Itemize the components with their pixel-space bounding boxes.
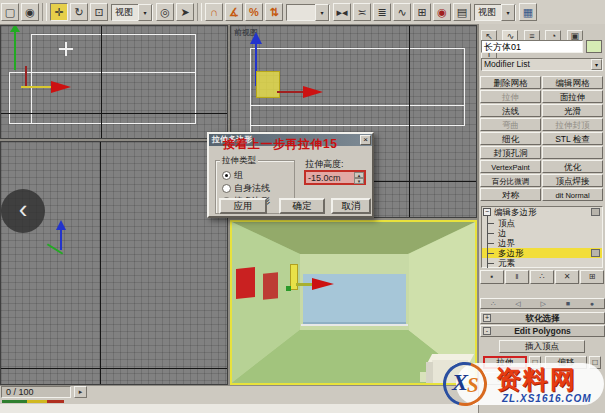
extrusion-height-value[interactable]: -15.0cm — [306, 173, 354, 183]
stack-item-element[interactable]: 元素 — [482, 258, 602, 268]
cancel-button[interactable]: 取消 — [331, 198, 371, 214]
expand-icon[interactable]: + — [483, 314, 491, 322]
apply-button[interactable]: 应用 — [219, 198, 267, 214]
frame-indicator: 0 / 100 — [1, 386, 71, 398]
collapse-icon[interactable]: − — [483, 208, 491, 216]
named-selection-dropdown[interactable]: ▾ — [286, 4, 330, 21]
edit-polygons-rollout[interactable]: - Edit Polygons — [480, 325, 605, 337]
modifier-button[interactable]: 面拉伸 — [542, 90, 603, 103]
quick-render-icon[interactable]: ▦ — [519, 3, 537, 21]
grid-axis-line — [1, 113, 228, 114]
collapse-icon[interactable]: - — [483, 327, 491, 335]
track-bar[interactable] — [2, 400, 64, 403]
border-subobject-icon[interactable]: ▷ — [540, 299, 545, 308]
gizmo-stem — [277, 91, 303, 93]
snap-toggle-icon[interactable]: ∩ — [205, 3, 223, 21]
stack-item-label: 多边形 — [498, 248, 524, 258]
select-and-move-icon[interactable]: ✛ — [50, 3, 68, 21]
chevron-down-icon[interactable]: ▾ — [591, 59, 602, 70]
chevron-down-icon[interactable]: ▾ — [501, 4, 515, 21]
chevron-down-icon[interactable]: ▾ — [315, 4, 329, 21]
modifier-button[interactable]: 法线 — [480, 104, 541, 117]
z-axis-arrow-icon — [56, 220, 66, 230]
watermark-site-name: 资料网 — [496, 363, 577, 396]
modifier-button[interactable]: 顶点焊接 — [542, 174, 603, 187]
pin-stack-icon[interactable]: ▪ — [480, 270, 504, 284]
ok-button[interactable]: 确定 — [279, 198, 325, 214]
remove-modifier-icon[interactable]: ✕ — [555, 270, 579, 284]
spinner-down-icon[interactable]: ▾ — [354, 178, 364, 184]
spinner[interactable]: ▴ ▾ — [354, 172, 364, 183]
stack-item-polygon[interactable]: 多边形 — [482, 248, 602, 258]
modifier-button[interactable]: VertexPaint — [480, 160, 541, 173]
reference-coordinate-dropdown[interactable]: 视图 ▾ — [111, 4, 153, 21]
percent-snap-icon[interactable]: % — [245, 3, 263, 21]
y-axis-gizmo — [14, 30, 16, 70]
toolbar-separator — [197, 3, 202, 21]
extrusion-height-field[interactable]: -15.0cm ▴ ▾ — [304, 170, 366, 185]
select-rectangular-region-icon[interactable]: ▢ — [1, 3, 19, 21]
make-unique-icon[interactable]: ∴ — [530, 270, 554, 284]
viewport-left[interactable] — [0, 141, 228, 385]
close-icon[interactable]: × — [360, 135, 371, 145]
object-color-swatch[interactable] — [586, 40, 602, 53]
spinner-snap-icon[interactable]: ⇅ — [265, 3, 283, 21]
previous-image-button[interactable]: ‹ — [1, 189, 45, 233]
layer-manager-icon[interactable]: ≣ — [373, 3, 391, 21]
radio-local-normal-option[interactable]: 自身法线 — [222, 182, 270, 195]
material-editor-icon[interactable]: ◉ — [433, 3, 451, 21]
rollout-label: 软化选择 — [526, 313, 560, 323]
viewport-top[interactable] — [0, 25, 228, 139]
render-type-dropdown[interactable]: 视图 ▾ — [474, 4, 516, 21]
chevron-down-icon[interactable]: ▾ — [138, 4, 152, 21]
modifier-button[interactable]: 封顶孔洞 — [480, 146, 541, 159]
wireframe-line — [31, 34, 196, 35]
select-circular-region-icon[interactable]: ◉ — [21, 3, 39, 21]
podium-side — [426, 362, 433, 383]
polygon-subobject-icon[interactable]: ■ — [566, 299, 570, 308]
modifier-button[interactable]: 细化 — [480, 132, 541, 145]
modifier-button[interactable]: 删除网格 — [480, 76, 541, 89]
modifier-list-dropdown[interactable]: Modifier List ▾ — [481, 58, 603, 71]
modifier-button[interactable]: 光滑 — [542, 104, 603, 117]
select-and-scale-icon[interactable]: ⊡ — [90, 3, 108, 21]
edge-subobject-icon[interactable]: ◁ — [515, 299, 520, 308]
modifier-button[interactable]: 优化 — [542, 160, 603, 173]
next-frame-icon[interactable]: ▸ — [74, 386, 87, 398]
align-icon[interactable]: ≍ — [353, 3, 371, 21]
element-subobject-icon[interactable]: ● — [590, 299, 594, 308]
select-and-manipulate-icon[interactable]: ➤ — [176, 3, 194, 21]
stack-root-row[interactable]: − 编辑多边形 — [482, 207, 602, 218]
show-end-result-icon[interactable]: ‖ — [505, 270, 529, 284]
stack-item-border[interactable]: 边界 — [482, 238, 602, 248]
stack-item-edge[interactable]: 边 — [482, 228, 602, 238]
grid-axis-line — [101, 26, 102, 139]
modifier-button[interactable]: 对称 — [480, 188, 541, 201]
radio-icon[interactable] — [222, 171, 231, 180]
modifier-button[interactable]: 编辑网格 — [542, 76, 603, 89]
configure-modifier-sets-icon[interactable]: ⊞ — [580, 270, 604, 284]
schematic-view-icon[interactable]: ⊞ — [413, 3, 431, 21]
render-type-value: 视图 — [478, 6, 496, 19]
vertex-subobject-icon[interactable]: ∴ — [491, 299, 495, 308]
use-pivot-center-icon[interactable]: ◎ — [156, 3, 174, 21]
stack-item-label: 元素 — [498, 258, 515, 268]
select-and-rotate-icon[interactable]: ↻ — [70, 3, 88, 21]
mirror-icon[interactable]: ▸◂ — [333, 3, 351, 21]
radio-group-option[interactable]: 组 — [222, 169, 243, 182]
curve-editor-icon[interactable]: ∿ — [393, 3, 411, 21]
modifier-button[interactable]: STL 检查 — [542, 132, 603, 145]
insert-vertex-button[interactable]: 插入顶点 — [499, 340, 585, 353]
watermark-logo-s: S — [467, 373, 479, 398]
modifier-display-icon[interactable] — [591, 208, 600, 216]
modifier-button[interactable]: 百分比微调 — [480, 174, 541, 187]
render-setup-icon[interactable]: ▤ — [453, 3, 471, 21]
radio-icon[interactable] — [222, 184, 231, 193]
object-name-field[interactable]: 长方体01 — [481, 40, 583, 53]
modifier-display-icon[interactable] — [591, 249, 600, 257]
angle-snap-icon[interactable]: ∡ — [225, 3, 243, 21]
subobject-icons-row: ∴ ◁ ▷ ■ ● — [480, 298, 605, 309]
soft-selection-rollout[interactable]: + 软化选择 — [480, 312, 605, 324]
stack-item-vertex[interactable]: 顶点 — [482, 218, 602, 228]
modifier-button[interactable]: dit Normal — [542, 188, 603, 201]
